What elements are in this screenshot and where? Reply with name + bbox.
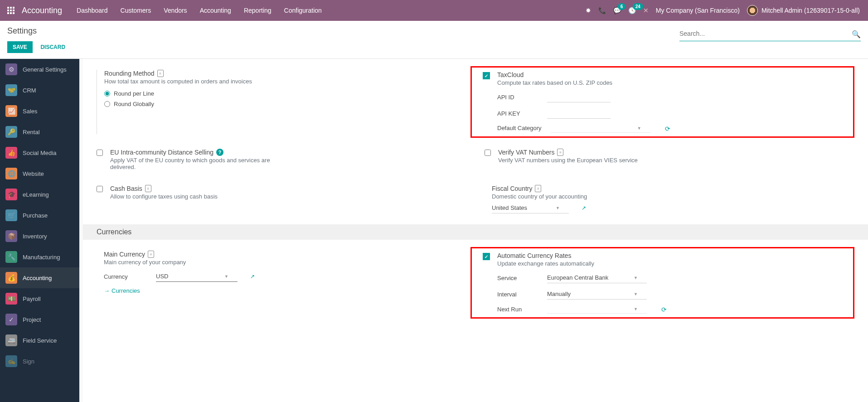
sidebar-item-elearning[interactable]: 🎓eLearning bbox=[0, 184, 79, 205]
top-navbar: Accounting Dashboard Customers Vendors A… bbox=[0, 0, 868, 21]
radio-input[interactable] bbox=[104, 91, 110, 97]
content-scroll[interactable]: Rounding Method ≡ How total tax amount i… bbox=[79, 59, 868, 402]
setting-fiscal-country: Fiscal Country ≡ Domestic country of you… bbox=[485, 181, 854, 217]
api-key-input[interactable] bbox=[547, 108, 611, 119]
currencies-link[interactable]: → Currencies bbox=[104, 287, 140, 294]
api-id-input[interactable] bbox=[547, 92, 611, 102]
sidebar-item-rental[interactable]: 🔑Rental bbox=[0, 121, 79, 142]
radio-input[interactable] bbox=[104, 101, 110, 107]
fiscal-country-select[interactable]: United States ▼ bbox=[492, 203, 569, 213]
refresh-icon[interactable]: ⟳ bbox=[665, 125, 670, 132]
setting-eu-distance-selling: EU Intra-community Distance Selling ? Ap… bbox=[97, 145, 466, 174]
sidebar-item-crm[interactable]: 🤝CRM bbox=[0, 80, 79, 101]
discuss-icon[interactable]: 💬6 bbox=[613, 7, 621, 14]
sidebar-item-inventory[interactable]: 📦Inventory bbox=[0, 226, 79, 247]
sidebar-item-label: CRM bbox=[23, 87, 36, 94]
external-link-icon[interactable]: ↗ bbox=[582, 205, 586, 211]
setting-rounding-method: Rounding Method ≡ How total tax amount i… bbox=[97, 66, 463, 138]
sidebar-item-label: Website bbox=[23, 170, 44, 177]
api-id-label: API ID bbox=[497, 94, 538, 101]
money-icon: 💰 bbox=[5, 272, 17, 284]
nav-dashboard[interactable]: Dashboard bbox=[71, 1, 113, 20]
radio-round-per-line[interactable]: Round per Line bbox=[104, 90, 463, 97]
sidebar-item-social[interactable]: 👍Social Media bbox=[0, 142, 79, 163]
close-icon[interactable]: ✕ bbox=[643, 7, 649, 14]
nav-configuration[interactable]: Configuration bbox=[279, 1, 327, 20]
interval-select[interactable]: Manually ▼ bbox=[547, 289, 647, 300]
service-label: Service bbox=[497, 275, 538, 281]
sidebar-item-label: Manufacturing bbox=[23, 254, 60, 261]
doc-icon[interactable]: ≡ bbox=[557, 149, 563, 156]
phone-icon[interactable]: 📞 bbox=[598, 7, 606, 14]
default-category-label: Default Category bbox=[497, 125, 542, 132]
sidebar-item-project[interactable]: ✓Project bbox=[0, 309, 79, 330]
nav-reporting[interactable]: Reporting bbox=[238, 1, 277, 20]
default-category-select[interactable]: ▼ bbox=[551, 124, 650, 133]
next-run-select[interactable]: ▼ bbox=[547, 305, 647, 314]
next-run-label: Next Run bbox=[497, 306, 538, 313]
setting-desc: How total tax amount is computed in orde… bbox=[104, 78, 276, 85]
nav-customers[interactable]: Customers bbox=[115, 1, 157, 20]
external-link-icon[interactable]: ↗ bbox=[250, 273, 255, 280]
settings-sidebar: ⚙General Settings 🤝CRM 📈Sales 🔑Rental 👍S… bbox=[0, 59, 79, 402]
doc-icon[interactable]: ≡ bbox=[535, 185, 541, 192]
doc-icon[interactable]: ≡ bbox=[157, 70, 164, 77]
sidebar-item-label: Purchase bbox=[23, 212, 48, 219]
apps-menu-icon[interactable] bbox=[4, 0, 18, 21]
thumb-icon: 👍 bbox=[5, 147, 17, 159]
cart-icon: 🛒 bbox=[5, 209, 17, 221]
doc-icon[interactable]: ≡ bbox=[145, 185, 151, 192]
chevron-down-icon: ▼ bbox=[634, 276, 638, 280]
setting-main-currency: Main Currency ≡ Main currency of your co… bbox=[97, 247, 463, 319]
setting-desc: Verify VAT numbers using the European VI… bbox=[498, 157, 670, 164]
checkbox-taxcloud[interactable]: ✓ bbox=[483, 72, 490, 79]
help-icon[interactable]: ? bbox=[216, 149, 223, 156]
setting-cash-basis: Cash Basis ≡ Allow to configure taxes us… bbox=[97, 181, 466, 217]
search-icon[interactable]: 🔍 bbox=[852, 30, 861, 39]
setting-title-label: EU Intra-community Distance Selling bbox=[110, 149, 213, 156]
sidebar-item-manufacturing[interactable]: 🔧Manufacturing bbox=[0, 247, 79, 267]
sidebar-item-label: Rental bbox=[23, 129, 40, 136]
radio-round-globally[interactable]: Round Globally bbox=[104, 101, 463, 107]
sidebar-item-sales[interactable]: 📈Sales bbox=[0, 101, 79, 121]
discard-button[interactable]: DISCARD bbox=[39, 41, 67, 53]
user-name: Mitchell Admin (12639017-15-0-all) bbox=[761, 7, 860, 14]
search-box: 🔍 bbox=[679, 26, 861, 41]
arrow-right-icon: → bbox=[104, 287, 110, 294]
setting-verify-vat: Verify VAT Numbers ≡ Verify VAT numbers … bbox=[485, 145, 854, 174]
handshake-icon: 🤝 bbox=[5, 84, 17, 96]
service-select[interactable]: European Central Bank ▼ bbox=[547, 272, 647, 283]
setting-title-label: TaxCloud bbox=[497, 71, 524, 78]
sidebar-item-sign[interactable]: ✍Sign bbox=[0, 351, 79, 372]
avatar bbox=[747, 5, 758, 16]
currency-select[interactable]: USD ▼ bbox=[156, 271, 238, 282]
checkbox-cash-basis[interactable] bbox=[97, 186, 103, 192]
user-menu[interactable]: Mitchell Admin (12639017-15-0-all) bbox=[747, 5, 860, 16]
nav-vendors[interactable]: Vendors bbox=[158, 1, 192, 20]
save-button[interactable]: SAVE bbox=[7, 41, 33, 53]
setting-taxcloud: ✓ TaxCloud Compute tax rates based on U.… bbox=[470, 66, 854, 138]
currency-label: Currency bbox=[104, 273, 147, 280]
sidebar-item-general[interactable]: ⚙General Settings bbox=[0, 59, 79, 80]
app-brand[interactable]: Accounting bbox=[22, 6, 62, 15]
project-icon: ✓ bbox=[5, 314, 17, 325]
doc-icon[interactable]: ≡ bbox=[148, 251, 154, 258]
sidebar-item-purchase[interactable]: 🛒Purchase bbox=[0, 205, 79, 226]
sidebar-item-website[interactable]: 🌐Website bbox=[0, 163, 79, 184]
bug-icon[interactable]: ✸ bbox=[586, 7, 591, 14]
section-currencies: Currencies bbox=[83, 224, 868, 240]
sidebar-item-accounting[interactable]: 💰Accounting bbox=[0, 267, 79, 288]
nav-accounting[interactable]: Accounting bbox=[194, 1, 237, 20]
checkbox-auto-rates[interactable]: ✓ bbox=[483, 253, 490, 260]
setting-desc: Apply VAT of the EU country to which goo… bbox=[110, 157, 282, 170]
checkbox-eu[interactable] bbox=[97, 150, 103, 156]
search-input[interactable] bbox=[679, 30, 847, 37]
api-key-label: API KEY bbox=[497, 110, 538, 117]
sidebar-item-fieldservice[interactable]: 🚐Field Service bbox=[0, 330, 79, 351]
activities-icon[interactable]: 🕓24 bbox=[628, 7, 636, 14]
checkbox-vat[interactable] bbox=[485, 150, 491, 156]
sign-icon: ✍ bbox=[5, 355, 17, 367]
sidebar-item-payroll[interactable]: 💵Payroll bbox=[0, 288, 79, 309]
company-switcher[interactable]: My Company (San Francisco) bbox=[656, 7, 740, 14]
refresh-icon[interactable]: ⟳ bbox=[661, 306, 667, 313]
